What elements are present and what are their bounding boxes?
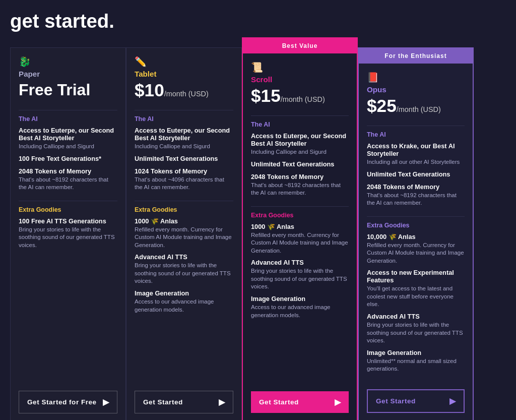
section-goodies-tablet: Extra Goodies [135, 206, 233, 213]
card-body-tablet: ✏️ Tablet $10/month (USD) The AI Access … [126, 48, 241, 387]
plan-card-opus: For the Enthusiast 📕 Opus $25/month (USD… [358, 47, 474, 420]
cta-button-paper[interactable]: Get Started for Free ▶ [19, 391, 117, 413]
section-ai-paper: The AI [19, 115, 117, 123]
plan-price-paper: Free Trial [19, 81, 117, 99]
feature-tablet-tts: Advanced AI TTS Bring your stories to li… [135, 253, 233, 285]
divider-opus-2 [367, 216, 465, 217]
cta-arrow-paper: ▶ [103, 397, 109, 407]
feature-tablet-ai-2: Unlimited Text Generations [135, 155, 233, 163]
plan-card-scroll: Best Value 📜 Scroll $15/month (USD) The … [242, 37, 358, 420]
divider-paper-1 [19, 110, 117, 110]
feature-scroll-ai-3: 2048 Tokens of Memory That's about ~8192… [251, 173, 349, 197]
plan-name-paper: Paper [19, 70, 117, 78]
feature-scroll-tts: Advanced AI TTS Bring your stories to li… [251, 259, 349, 291]
feature-opus-experimental: Access to new Experimental Features You'… [367, 269, 465, 309]
card-footer-tablet: Get Started ▶ [126, 387, 241, 420]
paper-icon: 🐉 [19, 56, 117, 68]
card-footer-opus: Get Started ▶ [359, 385, 473, 420]
cta-button-scroll[interactable]: Get Started ▶ [251, 391, 349, 413]
cta-button-tablet[interactable]: Get Started ▶ [135, 391, 233, 413]
feature-paper-tts: 100 Free AI TTS Generations Bring your s… [19, 217, 117, 250]
section-goodies-paper: Extra Goodies [19, 206, 117, 213]
badge-enthusiast: For the Enthusiast [359, 48, 473, 64]
feature-opus-tts: Advanced AI TTS Bring your stories to li… [367, 313, 465, 345]
plan-name-opus: Opus [367, 85, 465, 94]
feature-opus-ai-2: Unlimited Text Generations [367, 170, 465, 179]
feature-opus-anlas: 10,000 🌾 Anlas Refilled every month. Cur… [367, 233, 465, 265]
plan-price-opus: $25/month (USD) [367, 97, 465, 114]
divider-scroll-2 [251, 206, 349, 207]
card-body-scroll: 📜 Scroll $15/month (USD) The AI Access t… [243, 53, 357, 387]
feature-scroll-ai-1: Access to Euterpe, our Second Best AI St… [251, 132, 349, 156]
divider-opus-1 [367, 126, 465, 126]
section-ai-tablet: The AI [135, 115, 233, 123]
plan-card-paper: 🐉 Paper Free Trial The AI Access to Eute… [10, 47, 126, 420]
badge-best-value: Best Value [243, 38, 357, 53]
opus-icon: 📕 [367, 72, 465, 83]
cta-arrow-scroll: ▶ [335, 397, 341, 407]
feature-scroll-anlas: 1000 🌾 Anlas Refilled every month. Curre… [251, 223, 349, 255]
feature-opus-ai-3: 2048 Tokens of Memory That's about ~8192… [367, 183, 465, 207]
feature-paper-ai-3: 2048 Tokens of Memory That's about ~8192… [19, 167, 117, 192]
feature-tablet-ai-1: Access to Euterpe, our Second Best AI St… [135, 127, 233, 151]
feature-tablet-image: Image Generation Access to our advanced … [135, 289, 233, 314]
cta-arrow-opus: ▶ [449, 396, 456, 406]
pricing-grid: 🐉 Paper Free Trial The AI Access to Eute… [10, 47, 506, 420]
plan-name-scroll: Scroll [251, 75, 349, 84]
divider-tablet-1 [135, 110, 233, 110]
scroll-icon: 📜 [251, 62, 349, 73]
plan-price-scroll: $15/month (USD) [251, 87, 349, 104]
feature-paper-ai-2: 100 Free Text Generations* [19, 155, 117, 163]
feature-opus-image: Image Generation Unlimited** normal and … [367, 349, 465, 373]
section-ai-opus: The AI [367, 131, 465, 138]
cta-arrow-tablet: ▶ [219, 397, 225, 407]
feature-tablet-ai-3: 1024 Tokens of Memory That's about ~4096… [135, 167, 233, 192]
divider-tablet-2 [135, 201, 233, 201]
card-footer-paper: Get Started for Free ▶ [11, 387, 125, 420]
card-footer-scroll: Get Started ▶ [243, 387, 357, 420]
feature-tablet-anlas: 1000 🌾 Anlas Refilled every month. Curre… [135, 217, 233, 250]
section-ai-scroll: The AI [251, 121, 349, 128]
feature-scroll-image: Image Generation Access to our advanced … [251, 295, 349, 319]
card-body-paper: 🐉 Paper Free Trial The AI Access to Eute… [11, 48, 125, 387]
cta-button-opus[interactable]: Get Started ▶ [367, 389, 465, 413]
section-goodies-scroll: Extra Goodies [251, 212, 349, 219]
section-goodies-opus: Extra Goodies [367, 222, 465, 229]
feature-paper-ai-1: Access to Euterpe, our Second Best AI St… [19, 127, 117, 151]
tablet-icon: ✏️ [135, 56, 233, 68]
plan-price-tablet: $10/month (USD) [135, 81, 233, 99]
feature-scroll-ai-2: Unlimited Text Generations [251, 160, 349, 169]
plan-name-tablet: Tablet [135, 70, 233, 78]
plan-card-tablet: ✏️ Tablet $10/month (USD) The AI Access … [126, 47, 242, 420]
divider-scroll-1 [251, 115, 349, 116]
card-body-opus: 📕 Opus $25/month (USD) The AI Access to … [359, 64, 473, 385]
divider-paper-2 [19, 201, 117, 201]
page-title: get started. [10, 10, 506, 32]
feature-opus-ai-1: Access to Krake, our Best AI Storyteller… [367, 142, 465, 166]
